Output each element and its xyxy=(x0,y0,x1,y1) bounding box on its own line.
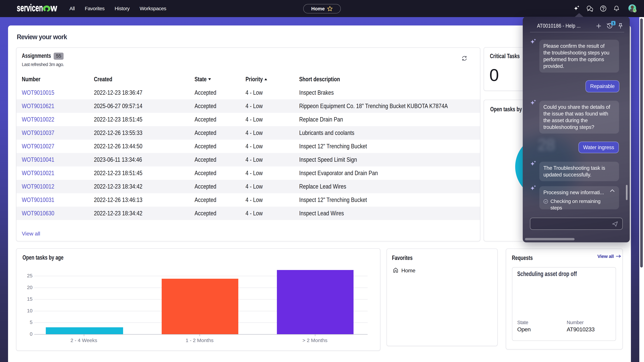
svg-text:w: w xyxy=(50,2,57,13)
svg-text:servicen: servicen xyxy=(17,2,43,13)
